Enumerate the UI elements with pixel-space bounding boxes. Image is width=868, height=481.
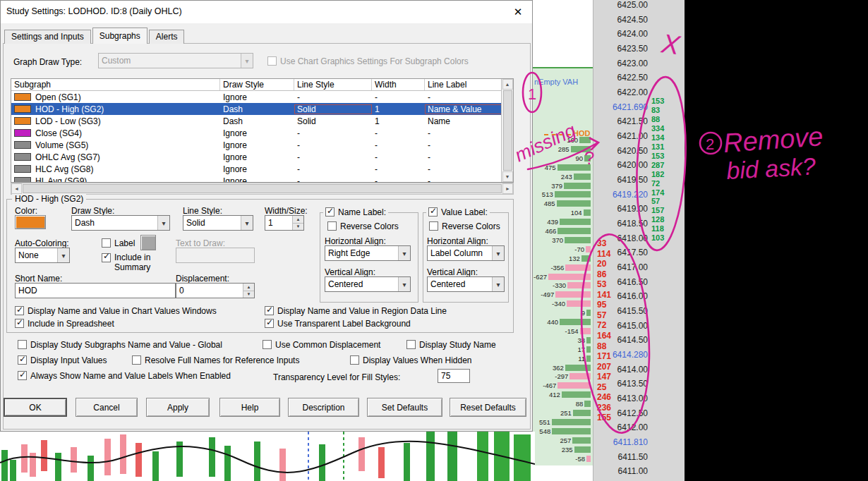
include-in-summary-checkbox[interactable]: Include in Summary	[102, 253, 172, 273]
price-label: 6423.50	[617, 44, 648, 54]
tab-settings-and-inputs[interactable]: Settings and Inputs	[4, 30, 91, 44]
apply-button[interactable]: Apply	[146, 398, 210, 417]
width-size-input[interactable]: 1 ▲ ▼	[265, 215, 304, 231]
vertical-scrollbar[interactable]: ▲ ▼	[501, 79, 513, 182]
table-row[interactable]: Open (SG1)Ignore---	[11, 91, 502, 103]
profile-value: -330	[553, 281, 566, 289]
label-checkbox[interactable]: Label	[102, 238, 135, 248]
table-row[interactable]: OHLC Avg (SG7)Ignore---	[11, 151, 502, 163]
checkbox-label: Display Values When Hidden	[363, 355, 472, 365]
tab-subgraphs[interactable]: Subgraphs	[92, 28, 147, 44]
graph-draw-type-select[interactable]: Custom ▾	[98, 53, 253, 68]
subgraph-name: LOD - Low (SG3)	[35, 116, 101, 126]
profile-value: 104	[571, 209, 582, 217]
line-style-select[interactable]: Solid ▾	[183, 215, 253, 231]
volume-bar	[564, 183, 591, 189]
price-label: 6421.50	[617, 116, 648, 126]
table-row[interactable]: HOD - High (SG2)DashSolid1Name & Value	[11, 103, 502, 115]
transparent-label-bg-checkbox[interactable]: Use Transparent Label Background	[265, 319, 411, 329]
value-horizontal-align-select[interactable]: Label Column ▾	[427, 245, 505, 261]
table-cell: Ignore	[220, 164, 294, 174]
always-show-labels-checkbox[interactable]: Always Show Name and Value Labels When E…	[18, 371, 231, 381]
profile-row: -356	[533, 264, 591, 272]
ask-volume: 83	[651, 106, 660, 114]
subgraph-name-cell: HL Avg (SG9)	[11, 176, 220, 183]
arrow-up-icon[interactable]: ▲	[502, 79, 513, 90]
profile-row: 251	[533, 409, 591, 417]
scrollbar-thumb[interactable]	[503, 90, 512, 171]
table-row[interactable]: LOD - Low (SG3)DashSolid1Name	[11, 115, 502, 127]
profile-value: 132	[569, 255, 580, 262]
display-input-values-checkbox[interactable]: Display Input Values	[18, 355, 107, 365]
profile-value: -154	[565, 327, 579, 335]
common-displacement-checkbox[interactable]: Use Common Displacement	[263, 340, 380, 350]
table-cell: -	[294, 128, 372, 138]
ok-button[interactable]: OK	[4, 398, 67, 417]
auto-coloring-select[interactable]: None ▾	[15, 248, 70, 263]
arrow-down-icon[interactable]: ▼	[502, 171, 513, 182]
draw-style-select[interactable]: Dash ▾	[71, 215, 170, 231]
study-price-label: 6411.810	[613, 437, 648, 447]
description-button[interactable]: Description	[288, 398, 359, 417]
table-row[interactable]: Volume (SG5)Ignore---	[11, 139, 502, 151]
cancel-button[interactable]: Cancel	[76, 398, 138, 417]
subgraph-name-cell: Open (SG1)	[11, 92, 220, 102]
arrow-right-icon[interactable]: ►	[502, 183, 513, 194]
close-icon[interactable]: ✕	[510, 4, 526, 20]
help-button[interactable]: Help	[219, 398, 280, 417]
label-color-swatch[interactable]	[140, 235, 156, 250]
chevron-down-icon[interactable]: ▼	[292, 223, 303, 231]
reset-defaults-button[interactable]: Reset Defaults	[450, 398, 526, 417]
subgraph-color-swatch	[14, 105, 31, 113]
set-defaults-button[interactable]: Set Defaults	[367, 398, 442, 417]
value-label-checkbox[interactable]: Value Label:	[426, 207, 490, 217]
chevron-up-icon[interactable]: ▲	[243, 284, 254, 291]
price-label: 6416.00	[617, 291, 648, 301]
vertical-align-label: Vertical Align:	[325, 267, 375, 277]
subgraph-color-button[interactable]	[15, 215, 46, 229]
text-to-draw-input[interactable]	[176, 248, 255, 263]
price-label: 6411.50	[618, 452, 649, 462]
table-row[interactable]: HLC Avg (SG8)Ignore---	[11, 163, 502, 175]
name-label-checkbox[interactable]: Name Label:	[323, 207, 388, 217]
horizontal-scrollbar[interactable]: ◄ ►	[11, 183, 514, 195]
checkbox-icon	[15, 306, 24, 315]
price-label: 6418.00	[617, 233, 648, 243]
resolve-full-names-checkbox[interactable]: Resolve Full Names for Reference Inputs	[132, 355, 299, 365]
value-vertical-align-select[interactable]: Centered ▾	[427, 276, 505, 292]
profile-row: 104	[533, 209, 591, 217]
table-row[interactable]: HL Avg (SG9)Ignore---	[11, 175, 502, 183]
name-vertical-align-select[interactable]: Centered ▾	[325, 276, 411, 292]
subgraphs-global-checkbox[interactable]: Display Study Subgraphs Name and Value -…	[18, 340, 222, 350]
arrow-left-icon[interactable]: ◄	[11, 183, 22, 194]
name-reverse-colors-checkbox[interactable]: Reverse Colors	[327, 221, 399, 231]
circle-2-annotation	[700, 133, 721, 154]
profile-value: 513	[542, 190, 553, 198]
profile-value: 38	[577, 336, 585, 344]
transparency-input[interactable]: 75	[438, 369, 470, 383]
display-values-hidden-checkbox[interactable]: Display Values When Hidden	[350, 355, 472, 365]
display-study-name-checkbox[interactable]: Display Study Name	[406, 340, 496, 350]
subgraph-color-swatch	[14, 117, 31, 125]
scrollbar-thumb[interactable]	[23, 184, 502, 193]
price-label: 6424.50	[617, 15, 648, 25]
short-name-input[interactable]: HOD	[15, 283, 176, 298]
table-cell: Ignore	[220, 176, 294, 183]
display-chart-values-checkbox[interactable]: Display Name and Value in Chart Values W…	[15, 306, 217, 316]
value-reverse-colors-checkbox[interactable]: Reverse Colors	[429, 221, 500, 231]
bid-volume: 57	[597, 310, 606, 320]
displacement-value: 0	[179, 286, 184, 296]
display-region-data-checkbox[interactable]: Display Name and Value in Region Data Li…	[265, 306, 447, 316]
include-in-spreadsheet-checkbox[interactable]: Include in Spreadsheet	[15, 319, 114, 329]
chevron-up-icon[interactable]: ▲	[292, 216, 303, 223]
tab-alerts[interactable]: Alerts	[149, 30, 185, 44]
displacement-input[interactable]: 0 ▲ ▼	[176, 283, 255, 298]
use-chart-graphics-checkbox[interactable]: Use Chart Graphics Settings For Subgraph…	[267, 56, 469, 66]
table-row[interactable]: Close (SG4)Ignore---	[11, 127, 502, 139]
price-label: 6411.00	[618, 466, 649, 476]
chevron-down-icon[interactable]: ▼	[243, 291, 254, 298]
price-label: 6424.00	[617, 29, 648, 39]
name-horizontal-align-select[interactable]: Right Edge ▾	[325, 245, 411, 261]
price-label: 6421.00	[617, 131, 648, 141]
name-label-group: Name Label: Reverse Colors Horizontal Al…	[320, 212, 418, 303]
